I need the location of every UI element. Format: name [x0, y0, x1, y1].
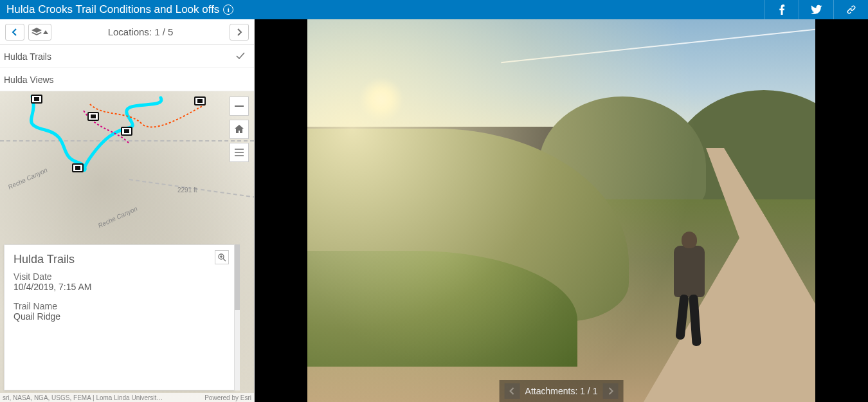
popup-title: Hulda Trails — [14, 253, 225, 266]
attachments-counter: Attachments: 1 / 1 — [525, 386, 598, 396]
facebook-icon — [777, 5, 787, 15]
layer-row-hulda-trails[interactable]: Hulda Trails — [0, 45, 254, 68]
svg-rect-0 — [235, 105, 244, 107]
attachments-nav: Attachments: 1 / 1 — [500, 380, 624, 402]
check-icon — [236, 51, 245, 62]
layer-row-hulda-views[interactable]: Hulda Views — [0, 68, 254, 91]
zoom-to-button[interactable] — [215, 250, 229, 264]
share-link-button[interactable] — [833, 0, 868, 19]
poi-marker[interactable] — [87, 112, 99, 121]
caret-up-icon — [43, 30, 48, 34]
chevron-left-icon — [12, 28, 18, 37]
home-icon — [234, 124, 244, 134]
scrollbar-thumb[interactable] — [235, 244, 240, 310]
minus-icon — [235, 105, 244, 107]
map[interactable]: Reche Canyon Reche Canyon 2291 ft — [0, 91, 254, 402]
poi-marker[interactable] — [31, 95, 42, 104]
map-attribution: sri, NASA, NGA, USGS, FEMA | Loma Linda … — [0, 393, 254, 402]
attachment-photo[interactable] — [307, 19, 815, 402]
popup-scrollbar[interactable] — [235, 244, 240, 390]
info-icon[interactable]: i — [223, 5, 233, 15]
share-twitter-button[interactable] — [799, 0, 833, 19]
poi-marker[interactable] — [194, 96, 206, 105]
prev-location-button[interactable] — [5, 24, 24, 41]
poi-marker[interactable] — [121, 127, 132, 136]
photo-sun — [359, 77, 404, 122]
list-icon — [235, 149, 244, 156]
twitter-icon — [811, 4, 822, 15]
next-location-button[interactable] — [230, 24, 249, 41]
attribution-sources: sri, NASA, NGA, USGS, FEMA | Loma Linda … — [3, 394, 163, 401]
layer-label: Hulda Views — [4, 75, 54, 85]
left-panel: Locations: 1 / 5 Hulda Trails Hulda View… — [0, 19, 255, 402]
photo-runner — [667, 232, 712, 360]
map-legend-button[interactable] — [230, 143, 249, 162]
locations-nav: Locations: 1 / 5 — [0, 19, 254, 45]
prev-attachment-button[interactable] — [505, 383, 520, 399]
poi-marker[interactable] — [72, 163, 84, 172]
chevron-right-icon — [607, 387, 613, 396]
chevron-right-icon — [236, 28, 242, 37]
app-header: Hulda Crooks Trail Conditions and Look o… — [0, 0, 868, 19]
popup-field-label: Visit Date — [14, 271, 225, 282]
locations-counter: Locations: 1 / 5 — [55, 26, 226, 37]
zoom-to-icon — [217, 253, 226, 262]
chevron-left-icon — [509, 387, 516, 396]
app-title: Hulda Crooks Trail Conditions and Look o… — [6, 3, 219, 16]
feature-popup: Hulda Trails Visit Date 10/4/2019, 7:15 … — [4, 244, 235, 390]
popup-field-value: 10/4/2019, 7:15 AM — [14, 282, 225, 292]
layer-label: Hulda Trails — [4, 51, 51, 62]
link-icon — [845, 4, 857, 15]
map-controls — [230, 96, 249, 162]
attribution-powered-by[interactable]: Powered by Esri — [204, 394, 251, 401]
popup-field-label: Trail Name — [14, 301, 225, 311]
layers-button[interactable] — [28, 24, 51, 41]
trail-lines — [0, 91, 231, 210]
map-home-button[interactable] — [230, 120, 249, 139]
share-facebook-button[interactable] — [764, 0, 799, 19]
layers-icon — [32, 28, 42, 37]
attachment-viewer: Attachments: 1 / 1 — [255, 19, 868, 402]
popup-field-value: Quail Ridge — [14, 311, 225, 322]
next-attachment-button[interactable] — [602, 383, 618, 399]
map-scale-button[interactable] — [230, 96, 249, 116]
